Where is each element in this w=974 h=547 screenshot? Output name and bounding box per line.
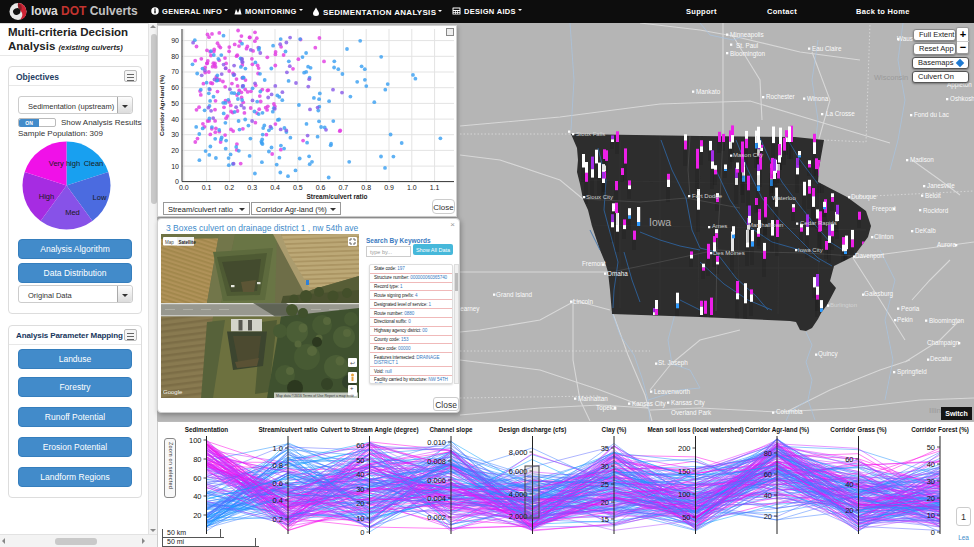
svg-text:Madison: Madison	[910, 156, 934, 163]
svg-text:Very high: Very high	[49, 159, 80, 168]
svg-text:Clinton: Clinton	[874, 233, 894, 240]
svg-text:Lincoln: Lincoln	[573, 298, 593, 305]
svg-text:Rockford: Rockford	[923, 207, 949, 214]
svg-text:St. Paul: St. Paul	[736, 42, 758, 49]
svg-text:Quincy: Quincy	[818, 350, 838, 358]
svg-text:0.4: 0.4	[270, 184, 280, 191]
svg-text:30: 30	[927, 477, 935, 486]
svg-text:0.6: 0.6	[273, 479, 283, 488]
svg-text:0.0: 0.0	[179, 184, 189, 191]
svg-text:Winona: Winona	[807, 95, 829, 102]
svg-text:60: 60	[764, 470, 772, 479]
svg-text:Ames: Ames	[712, 223, 727, 229]
svg-text:1.1: 1.1	[430, 184, 440, 191]
svg-text:50: 50	[682, 513, 690, 522]
svg-text:Overland Park: Overland Park	[671, 409, 712, 416]
svg-text:0.002: 0.002	[427, 513, 446, 522]
svg-text:200: 200	[678, 444, 691, 453]
svg-text:60: 60	[845, 455, 853, 464]
svg-text:↩: ↩	[350, 360, 355, 366]
svg-text:100: 100	[189, 436, 202, 445]
svg-text:DeKalb: DeKalb	[915, 227, 936, 234]
svg-text:40: 40	[764, 491, 772, 500]
svg-text:Minneapolis: Minneapolis	[730, 31, 764, 39]
svg-text:80: 80	[193, 455, 201, 464]
svg-text:50: 50	[356, 456, 364, 465]
svg-text:Corridor Agr-land (%): Corridor Agr-land (%)	[745, 426, 809, 434]
svg-text:Sioux City: Sioux City	[586, 194, 613, 200]
svg-text:15: 15	[601, 515, 609, 524]
svg-text:0.7: 0.7	[339, 184, 349, 191]
svg-text:50: 50	[171, 100, 179, 107]
svg-text:St. Joseph: St. Joseph	[658, 359, 688, 367]
svg-text:30: 30	[356, 485, 364, 494]
svg-text:60: 60	[171, 84, 179, 91]
svg-text:150: 150	[678, 467, 691, 476]
svg-text:Waterloo: Waterloo	[772, 195, 796, 201]
svg-text:Springfield: Springfield	[897, 368, 927, 376]
svg-text:Decatur: Decatur	[930, 355, 952, 362]
svg-text:0.1: 0.1	[202, 184, 212, 191]
svg-text:20: 20	[193, 511, 201, 520]
svg-text:Mason City: Mason City	[733, 152, 763, 158]
svg-text:20: 20	[764, 512, 772, 521]
svg-text:8,000: 8,000	[509, 448, 528, 457]
svg-text:100: 100	[678, 490, 691, 499]
svg-text:Corridor Agr-land (%): Corridor Agr-land (%)	[159, 75, 165, 136]
svg-text:Culvert to Stream Angle (degre: Culvert to Stream Angle (degree)	[320, 426, 418, 434]
svg-text:Channel slope: Channel slope	[429, 426, 473, 434]
svg-text:Columbia: Columbia	[776, 408, 803, 415]
svg-text:Janesville: Janesville	[927, 182, 955, 189]
svg-text:0.8: 0.8	[361, 184, 371, 191]
svg-text:40: 40	[356, 470, 364, 479]
svg-text:Mean soil loss (local watershe: Mean soil loss (local watershed)	[647, 426, 743, 434]
svg-text:Kansas City: Kansas City	[671, 399, 705, 407]
svg-text:Champaign: Champaign	[927, 339, 960, 347]
svg-text:1.0: 1.0	[273, 444, 283, 453]
svg-text:Omaha: Omaha	[607, 270, 628, 277]
svg-text:Map data ©2016 Terms of Use: Map data ©2016 Terms of Use Report a map…	[276, 394, 355, 398]
svg-text:Waus: Waus	[897, 35, 913, 42]
svg-text:Sioux Falls: Sioux Falls	[576, 131, 605, 137]
svg-text:Pekin: Pekin	[897, 316, 913, 323]
svg-text:Topeka: Topeka	[596, 404, 617, 412]
svg-text:0: 0	[360, 528, 364, 537]
svg-text:Galesburg: Galesburg	[864, 290, 894, 298]
svg-text:1.0: 1.0	[407, 184, 417, 191]
svg-text:Fremont: Fremont	[582, 260, 606, 267]
svg-text:40: 40	[927, 460, 935, 469]
svg-text:Design discharge (cfs): Design discharge (cfs)	[499, 426, 567, 434]
svg-text:70: 70	[171, 68, 179, 75]
svg-text:0.5: 0.5	[293, 184, 303, 191]
svg-text:80: 80	[764, 449, 772, 458]
svg-text:Clay (%): Clay (%)	[602, 426, 627, 434]
svg-text:Rochester: Rochester	[766, 93, 795, 100]
svg-text:Peoria: Peoria	[901, 305, 920, 312]
svg-text:30: 30	[171, 131, 179, 138]
svg-text:25: 25	[601, 480, 609, 489]
svg-text:Marshalltown: Marshalltown	[748, 222, 783, 228]
svg-text:40: 40	[193, 492, 201, 501]
svg-text:10: 10	[171, 163, 179, 170]
svg-text:Corridor Grass (%): Corridor Grass (%)	[830, 426, 886, 434]
svg-text:0.9: 0.9	[384, 184, 394, 191]
svg-text:Iowa: Iowa	[649, 216, 671, 228]
svg-text:Oshkosh: Oshkosh	[950, 95, 974, 102]
svg-text:Google: Google	[163, 389, 183, 395]
svg-text:30: 30	[601, 462, 609, 471]
svg-text:Burlington: Burlington	[830, 302, 857, 308]
svg-text:Des Moines: Des Moines	[713, 250, 745, 256]
svg-text:Manhattan: Manhattan	[578, 395, 608, 402]
svg-text:Bloomington: Bloomington	[730, 50, 766, 58]
svg-text:0.006: 0.006	[427, 476, 446, 485]
svg-text:35: 35	[601, 444, 609, 453]
svg-text:50: 50	[927, 443, 935, 452]
svg-text:Dubuque: Dubuque	[851, 193, 877, 201]
svg-text:High: High	[39, 192, 54, 201]
svg-text:0.3: 0.3	[247, 184, 257, 191]
svg-text:Bloomington: Bloomington	[929, 317, 965, 325]
svg-text:Cedar Rapids: Cedar Rapids	[800, 220, 837, 226]
svg-text:Stream/culvert ratio: Stream/culvert ratio	[258, 426, 317, 433]
svg-text:0: 0	[931, 528, 935, 537]
svg-text:0.004: 0.004	[427, 494, 446, 503]
